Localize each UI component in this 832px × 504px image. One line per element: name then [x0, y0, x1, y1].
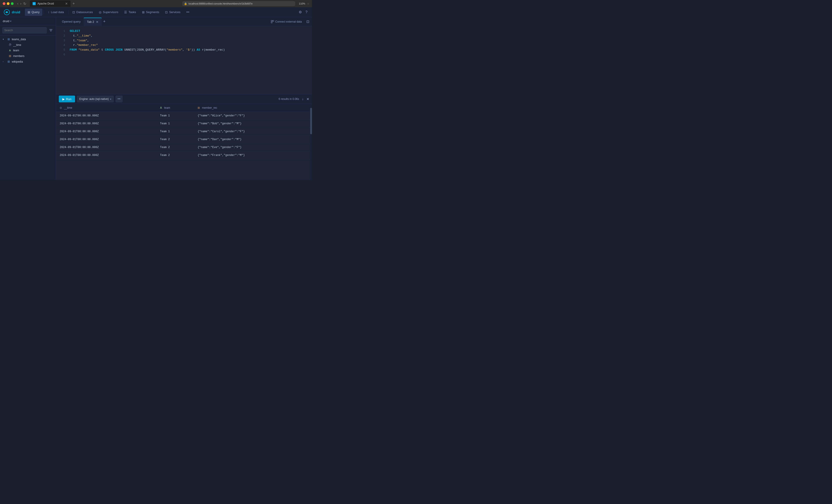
svg-rect-3 — [50, 31, 52, 31]
col-time-label: __time — [64, 106, 72, 109]
traffic-light-red[interactable] — [3, 2, 5, 5]
download-button[interactable]: ↓ — [302, 97, 304, 101]
bookmark-icon[interactable]: ☆ — [307, 2, 309, 5]
druid-logo-icon — [4, 9, 10, 16]
cell-time: 2024-09-01T00:00:00.000Z — [56, 120, 156, 128]
tab-title: Apache Druid — [37, 2, 54, 5]
text-col-icon: A — [160, 106, 162, 109]
scrollbar-thumb[interactable] — [310, 108, 312, 134]
traffic-light-green[interactable] — [11, 2, 14, 5]
tab-opened-query-label: Opened query — [62, 20, 80, 23]
nav-item-datasources[interactable]: ⊡ Datasources — [70, 8, 96, 16]
schema-selector[interactable]: druid ▾ — [3, 20, 11, 23]
nav-item-query[interactable]: ⊞ Query — [25, 8, 42, 16]
nav-item-services[interactable]: ⊡ Services — [162, 8, 183, 16]
nav-item-tasks[interactable]: ☰ Tasks — [122, 8, 138, 16]
col-header-member-rec: ⊞ member_rec — [194, 104, 312, 112]
engine-selector[interactable]: Engine: auto (sql-native) ▾ — [77, 96, 114, 102]
tab-2-label: Tab 2 — [87, 20, 94, 24]
tree-item-team[interactable]: A team — [0, 48, 56, 53]
search-input[interactable] — [2, 27, 47, 33]
traffic-light-yellow[interactable] — [7, 2, 9, 5]
new-tab-button[interactable]: + — [71, 0, 77, 7]
nav-item-supervisors-label: Supervisors — [103, 10, 119, 14]
col-member-rec-label: member_rec — [202, 106, 217, 109]
results-table: ⊙ __time A team ⊞ member_rec — [56, 104, 312, 159]
table-row: 2024-09-01T00:00:00.000Z Team 1 {"name":… — [56, 128, 312, 136]
more-icon: ••• — [186, 10, 189, 14]
results-scroll[interactable]: ⊙ __time A team ⊞ member_rec — [56, 104, 312, 180]
sidebar-tree: ▾ ⊞ teams_data ⏱ __time A team ⊞ members — [0, 35, 56, 180]
query-tabs: Opened query Tab 2 ✕ + Con — [56, 17, 312, 26]
cell-member-rec: {"name":"Bob","gender":"M"} — [194, 120, 312, 128]
measure-col-icon: ⊞ — [198, 106, 200, 109]
tab-2-close-button[interactable]: ✕ — [96, 20, 99, 24]
cell-time: 2024-09-01T00:00:00.000Z — [56, 112, 156, 120]
cell-time: 2024-09-01T00:00:00.000Z — [56, 128, 156, 136]
code-editor[interactable]: 1 SELECT 2 t."__time", 3 t."team", 4 r."… — [56, 26, 312, 94]
tree-label-members: members — [13, 54, 24, 58]
forward-button[interactable]: › — [20, 2, 21, 6]
filter-button[interactable] — [48, 28, 54, 33]
tab-close-button[interactable]: ✕ — [65, 2, 68, 5]
lock-icon: 🔒 — [184, 2, 187, 5]
table-row: 2024-09-01T00:00:00.000Z Team 1 {"name":… — [56, 112, 312, 120]
table-icon-wiki: ⊞ — [7, 60, 10, 63]
help-button[interactable]: ? — [305, 9, 308, 15]
cell-team: Team 1 — [156, 112, 194, 120]
back-button[interactable]: ‹ — [17, 2, 18, 6]
tree-item-time[interactable]: ⏱ __time — [0, 42, 56, 48]
line-number-3: 3 — [60, 38, 65, 43]
refresh-button[interactable]: ↻ — [23, 2, 26, 6]
address-bar[interactable]: 🔒 localhost:8888/unified-console.html#wo… — [182, 1, 295, 6]
connect-external-data-button[interactable]: Connect external data — [269, 19, 304, 24]
zoom-level: 110% — [299, 2, 305, 5]
table-row: 2024-09-01T00:00:00.000Z Team 1 {"name":… — [56, 120, 312, 128]
tree-item-teams-data[interactable]: ▾ ⊞ teams_data — [0, 36, 56, 42]
tasks-icon: ☰ — [124, 10, 127, 14]
svg-rect-5 — [272, 20, 274, 22]
cell-time: 2024-09-01T00:00:00.000Z — [56, 152, 156, 159]
tab-opened-query[interactable]: Opened query — [59, 18, 84, 26]
run-more-icon: ••• — [118, 98, 121, 101]
app-container: druid ⊞ Query ↑ Load data ⊡ Datasources … — [0, 7, 312, 180]
results-info: 6 results in 0.06s — [279, 98, 299, 101]
add-tab-button[interactable]: + — [102, 19, 107, 24]
tree-label-teams-data: teams_data — [12, 38, 26, 41]
nav-right: ⚙ ? — [298, 9, 308, 15]
nav-item-load-data-label: Load data — [51, 10, 64, 14]
results-table-body: 2024-09-01T00:00:00.000Z Team 1 {"name":… — [56, 112, 312, 159]
url-text: localhost:8888/unified-console.html#work… — [188, 2, 253, 5]
nav-item-services-label: Services — [169, 10, 180, 14]
nav-item-supervisors[interactable]: ◎ Supervisors — [96, 8, 121, 16]
engine-dropdown-arrow: ▾ — [110, 98, 111, 100]
tab-2[interactable]: Tab 2 ✕ — [84, 18, 102, 26]
cell-time: 2024-09-01T00:00:00.000Z — [56, 143, 156, 152]
run-label: Run — [66, 98, 72, 101]
browser-tab[interactable]: D Apache Druid ✕ — [30, 0, 71, 7]
nav-more-button[interactable]: ••• — [184, 8, 192, 16]
nav-item-segments[interactable]: ⊞ Segments — [139, 8, 162, 16]
svg-rect-1 — [49, 29, 52, 30]
scrollbar-track[interactable] — [310, 104, 312, 180]
cell-team: Team 2 — [156, 143, 194, 152]
tree-label-wikipedia: wikipedia — [12, 60, 23, 63]
cell-team: Team 2 — [156, 136, 194, 143]
traffic-lights — [3, 2, 14, 5]
nav-item-load-data[interactable]: ↑ Load data — [45, 8, 67, 16]
nav-separator-1 — [44, 10, 44, 15]
run-more-button[interactable]: ••• — [115, 96, 123, 102]
close-results-button[interactable]: ✕ — [306, 97, 309, 101]
nav-item-query-label: Query — [32, 10, 40, 14]
tree-item-wikipedia[interactable]: › ⊞ wikipedia — [0, 59, 56, 64]
engine-label: Engine: auto (sql-native) — [79, 98, 109, 101]
cell-team: Team 2 — [156, 152, 194, 159]
filter-icon — [49, 28, 53, 32]
code-line-3: 3 t."team", — [56, 38, 312, 43]
druid-logo: druid — [4, 9, 20, 16]
tree-item-members[interactable]: ⊞ members — [0, 53, 56, 59]
settings-button[interactable]: ⚙ — [298, 9, 303, 15]
druid-logo-text: druid — [12, 10, 20, 14]
panel-toggle-button[interactable]: ⊡ — [306, 20, 309, 24]
run-button[interactable]: ▶ Run — [59, 96, 75, 102]
